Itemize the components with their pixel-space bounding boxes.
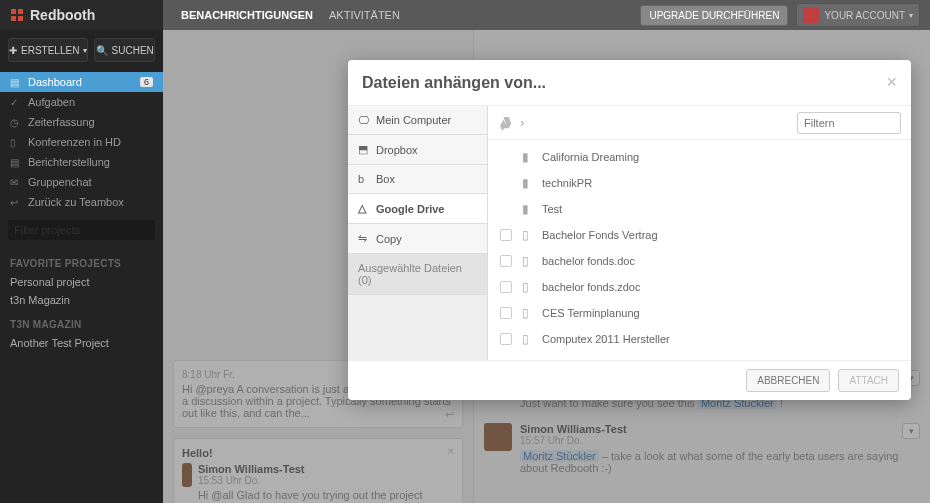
fav-project[interactable]: Personal project [0,273,163,291]
upgrade-button[interactable]: UPGRADE DURCHFÜHREN [640,5,788,26]
attach-file-modal: Dateien anhängen von... × 🖵Mein Computer… [348,60,911,400]
avatar [803,7,819,23]
folder-icon: ▮ [522,176,534,190]
file-row[interactable]: ▯Computex 2011 Hersteller [488,326,911,352]
search-button[interactable]: 🔍 SUCHEN [94,38,155,62]
project-filter[interactable]: Filter projects [8,220,155,240]
checkbox[interactable] [500,307,512,319]
checkbox[interactable] [500,333,512,345]
badge: 6 [140,77,153,87]
dashboard-icon: ▤ [10,77,22,88]
sidebar: Redbooth ✚ ERSTELLEN ▾ 🔍 SUCHEN ▤Dashboa… [0,0,163,503]
sidebar-nav: ▤Dashboard6 ✓Aufgaben ◷Zeiterfassung ▯Ko… [0,72,163,212]
dropbox-icon: ⬒ [358,143,370,156]
source-dropbox[interactable]: ⬒Dropbox [348,135,487,165]
video-icon: ▯ [10,137,22,148]
back-icon: ↩ [10,197,22,208]
close-icon[interactable]: × [886,72,897,93]
search-icon: 🔍 [96,45,108,56]
checkbox[interactable] [500,281,512,293]
file-icon: ▯ [522,332,534,346]
folder-row[interactable]: ▮technikPR [488,170,911,196]
file-icon: ▯ [522,228,534,242]
file-icon: ▯ [522,254,534,268]
attach-button[interactable]: ATTACH [838,369,899,392]
googledrive-icon: △ [358,202,370,215]
sidebar-item-tasks[interactable]: ✓Aufgaben [0,92,163,112]
file-icon: ▯ [522,306,534,320]
googledrive-icon [498,115,514,131]
create-button[interactable]: ✚ ERSTELLEN ▾ [8,38,88,62]
selected-files-label: Ausgewählte Dateien (0) [348,254,487,295]
folder-row[interactable]: ▮Test [488,196,911,222]
sidebar-item-chat[interactable]: ✉Gruppenchat [0,172,163,192]
folder-row[interactable]: ▮California Dreaming [488,144,911,170]
cancel-button[interactable]: ABBRECHEN [746,369,830,392]
sidebar-item-time[interactable]: ◷Zeiterfassung [0,112,163,132]
fav-project[interactable]: t3n Magazin [0,291,163,309]
source-googledrive[interactable]: △Google Drive [348,194,487,224]
main: BENACHRICHTIGUNGEN AKTIVITÄTEN UPGRADE D… [163,0,930,503]
file-row[interactable]: ▯CES Terminplanung [488,300,911,326]
project-link[interactable]: Another Test Project [0,334,163,352]
topbar: BENACHRICHTIGUNGEN AKTIVITÄTEN UPGRADE D… [163,0,930,30]
caret-down-icon: ▾ [83,46,87,55]
breadcrumb[interactable]: › [520,115,524,130]
proj-head: T3N MAGAZIN [0,309,163,334]
sidebar-item-dashboard[interactable]: ▤Dashboard6 [0,72,163,92]
caret-down-icon: ▾ [909,11,913,20]
tab-notifications[interactable]: BENACHRICHTIGUNGEN [173,0,321,30]
brand: Redbooth [0,0,163,30]
checkbox[interactable] [500,255,512,267]
tab-activity[interactable]: AKTIVITÄTEN [321,0,408,30]
source-list: 🖵Mein Computer ⬒Dropbox bBox △Google Dri… [348,106,488,360]
source-computer[interactable]: 🖵Mein Computer [348,106,487,135]
checkbox[interactable] [500,229,512,241]
clock-icon: ◷ [10,117,22,128]
svg-rect-0 [11,9,16,14]
chat-icon: ✉ [10,177,22,188]
folder-icon: ▮ [522,150,534,164]
modal-footer: ABBRECHEN ATTACH [348,360,911,400]
brand-logo-icon [10,8,24,22]
file-list: ▮California Dreaming ▮technikPR ▮Test ▯B… [488,140,911,360]
file-icon: ▯ [522,280,534,294]
svg-rect-2 [11,16,16,21]
modal-toolbar: › [488,106,911,140]
report-icon: ▤ [10,157,22,168]
account-menu[interactable]: YOUR ACCOUNT ▾ [796,3,920,27]
svg-rect-3 [18,16,23,21]
sidebar-item-conf[interactable]: ▯Konferenzen in HD [0,132,163,152]
brand-name: Redbooth [30,7,95,23]
check-icon: ✓ [10,97,22,108]
sidebar-item-report[interactable]: ▤Berichterstellung [0,152,163,172]
file-row[interactable]: ▯bachelor fonds.doc [488,248,911,274]
file-row[interactable]: ▯bachelor fonds.zdoc [488,274,911,300]
computer-icon: 🖵 [358,114,370,126]
source-box[interactable]: bBox [348,165,487,194]
modal-title: Dateien anhängen von... [362,74,546,92]
copy-icon: ⇋ [358,232,370,245]
plus-icon: ✚ [9,45,17,56]
source-copy[interactable]: ⇋Copy [348,224,487,254]
filter-input[interactable] [797,112,901,134]
file-row[interactable]: ▯Bachelor Fonds Vertrag [488,222,911,248]
box-icon: b [358,173,370,185]
svg-rect-1 [18,9,23,14]
folder-icon: ▮ [522,202,534,216]
sidebar-item-back[interactable]: ↩Zurück zu Teambox [0,192,163,212]
modal-header: Dateien anhängen von... × [348,60,911,106]
fav-head: FAVORITE PROJECTS [0,248,163,273]
